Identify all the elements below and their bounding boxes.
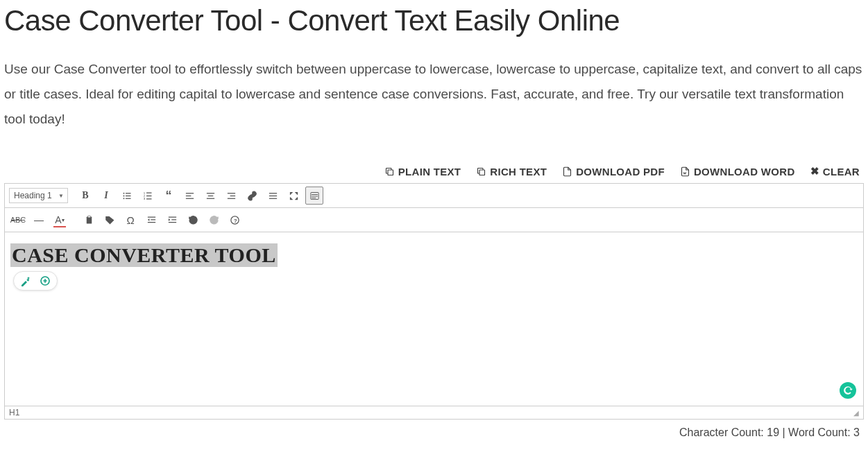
svg-rect-16 [185, 198, 193, 198]
char-count-label: Character Count: [679, 426, 764, 438]
action-bar: PLAIN TEXT RICH TEXT DOWNLOAD PDF DOWNLO… [4, 165, 864, 178]
horizontal-rule-button[interactable]: — [30, 211, 48, 229]
svg-rect-19 [206, 198, 214, 198]
align-right-button[interactable] [222, 187, 240, 205]
file-word-icon [680, 166, 690, 177]
svg-point-4 [123, 195, 124, 196]
editor-toolbar-row1: Heading 1 B I 123 “ [5, 184, 863, 208]
tag-button[interactable] [101, 211, 119, 229]
font-color-button[interactable]: A▾ [51, 211, 69, 229]
word-count-value: 3 [853, 426, 860, 438]
svg-rect-1 [479, 170, 485, 175]
svg-rect-23 [269, 193, 276, 193]
char-count-value: 19 [767, 426, 779, 438]
indent-button[interactable] [163, 211, 181, 229]
svg-rect-11 [146, 196, 152, 196]
italic-button[interactable]: I [97, 187, 115, 205]
svg-rect-33 [147, 216, 155, 217]
svg-point-32 [107, 218, 108, 218]
align-center-button[interactable] [201, 187, 219, 205]
svg-point-6 [123, 198, 124, 199]
svg-text:3: 3 [143, 196, 145, 200]
outdent-button[interactable] [142, 211, 160, 229]
plain-text-label: PLAIN TEXT [398, 166, 461, 178]
svg-rect-20 [227, 193, 235, 193]
svg-rect-15 [185, 196, 191, 196]
download-pdf-label: DOWNLOAD PDF [576, 166, 665, 178]
help-button[interactable]: ? [225, 211, 244, 229]
align-justify-button[interactable] [264, 187, 282, 205]
svg-rect-17 [206, 193, 214, 193]
download-word-label: DOWNLOAD WORD [694, 166, 795, 178]
svg-rect-25 [269, 198, 276, 198]
ordered-list-button[interactable]: 123 [139, 187, 157, 205]
svg-rect-13 [146, 198, 152, 199]
link-button[interactable] [243, 187, 261, 205]
svg-rect-28 [312, 196, 318, 196]
svg-rect-3 [126, 193, 131, 193]
code-view-button[interactable] [305, 187, 323, 205]
count-bar: Character Count: 19 | Word Count: 3 [4, 420, 864, 439]
bold-button[interactable]: B [76, 187, 94, 205]
svg-rect-18 [207, 196, 213, 196]
copy-icon [476, 166, 486, 177]
svg-rect-27 [312, 194, 318, 195]
svg-rect-35 [147, 222, 155, 223]
svg-rect-38 [168, 222, 176, 223]
word-count-label: Word Count: [788, 426, 851, 438]
ai-plus-icon[interactable] [39, 275, 51, 287]
svg-point-2 [123, 193, 124, 194]
editor-toolbar-row2: ABC — A▾ Ω ? [5, 208, 863, 232]
svg-rect-0 [388, 170, 393, 175]
ai-wand-icon[interactable] [19, 275, 32, 287]
clear-label: CLEAR [823, 166, 860, 178]
rich-text-label: RICH TEXT [490, 166, 547, 178]
clear-button[interactable]: ✖ CLEAR [810, 165, 860, 178]
editor-content-area[interactable]: CASE CONVERTER TOOL [5, 232, 863, 406]
count-separator: | [783, 426, 789, 438]
svg-rect-9 [146, 192, 152, 193]
svg-rect-31 [87, 216, 90, 218]
svg-rect-5 [126, 196, 131, 196]
svg-rect-22 [227, 198, 235, 198]
page-description: Use our Case Converter tool to effortles… [4, 57, 864, 132]
file-pdf-icon [562, 166, 572, 177]
download-pdf-button[interactable]: DOWNLOAD PDF [562, 165, 665, 178]
svg-rect-36 [168, 216, 176, 217]
grammarly-icon[interactable] [840, 382, 856, 399]
undo-button[interactable] [184, 211, 202, 229]
svg-text:?: ? [233, 217, 237, 223]
close-icon: ✖ [810, 165, 819, 178]
page-title: Case Converter Tool - Convert Text Easil… [4, 4, 864, 37]
bullet-list-button[interactable] [118, 187, 136, 205]
svg-rect-37 [171, 219, 176, 220]
copy-icon [384, 166, 395, 177]
download-word-button[interactable]: DOWNLOAD WORD [680, 165, 795, 178]
editor-heading-text[interactable]: CASE CONVERTER TOOL [10, 243, 278, 267]
strikethrough-button[interactable]: ABC [9, 211, 27, 229]
paste-button[interactable] [80, 211, 98, 229]
floating-ai-tools [13, 271, 58, 291]
svg-rect-21 [230, 196, 235, 196]
fullscreen-button[interactable] [284, 187, 303, 205]
redo-button[interactable] [205, 211, 223, 229]
svg-rect-29 [312, 198, 316, 198]
rich-text-button[interactable]: RICH TEXT [476, 165, 547, 178]
editor-status-bar: H1 ◢ [5, 406, 863, 419]
quote-button[interactable]: “ [160, 187, 178, 205]
resize-handle-icon[interactable]: ◢ [853, 409, 859, 417]
align-left-button[interactable] [180, 187, 198, 205]
heading-select[interactable]: Heading 1 [9, 188, 68, 203]
svg-rect-24 [269, 196, 276, 196]
status-tag: H1 [9, 408, 19, 417]
svg-rect-7 [126, 198, 131, 198]
svg-rect-34 [151, 219, 155, 220]
plain-text-button[interactable]: PLAIN TEXT [384, 165, 461, 178]
editor-container: Heading 1 B I 123 “ ABC — A▾ Ω [4, 183, 864, 420]
svg-rect-14 [185, 193, 193, 193]
special-char-button[interactable]: Ω [121, 211, 139, 229]
